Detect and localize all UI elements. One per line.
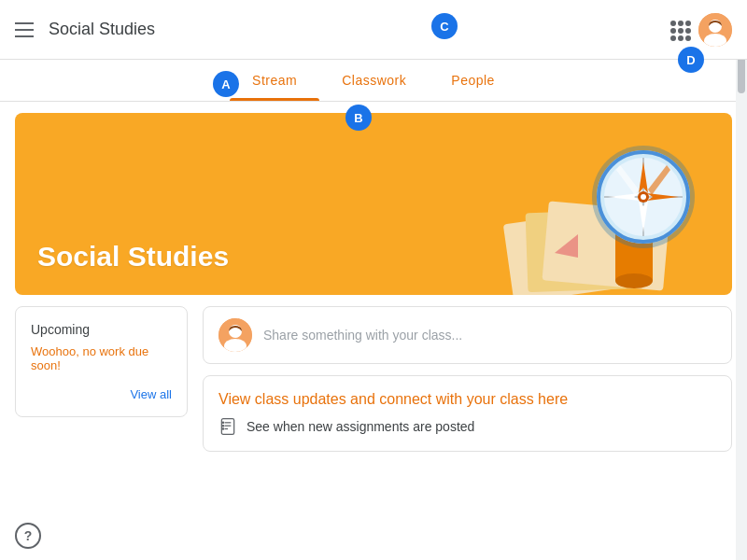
badge-c: C <box>431 13 458 39</box>
scrollbar[interactable] <box>736 0 747 560</box>
banner-illustration <box>461 113 704 295</box>
svg-point-33 <box>222 425 225 427</box>
info-card-title: View class updates and connect with your… <box>218 391 716 408</box>
upcoming-empty-message: Woohoo, no work due soon! <box>31 344 172 372</box>
svg-point-34 <box>222 427 225 430</box>
badge-a: A <box>213 71 239 97</box>
svg-point-24 <box>641 194 646 200</box>
upcoming-heading: Upcoming <box>31 322 172 337</box>
menu-icon[interactable] <box>15 19 37 41</box>
class-banner: Social Studies <box>15 113 732 295</box>
badge-d: D <box>678 47 704 73</box>
info-row: See when new assignments are posted <box>218 417 716 436</box>
banner-title: Social Studies <box>37 241 229 273</box>
badge-b: B <box>345 105 372 131</box>
tab-classwork[interactable]: Classwork <box>319 60 429 101</box>
app-header: Social Studies <box>0 0 747 60</box>
assignment-icon <box>218 417 237 436</box>
share-avatar <box>218 318 252 352</box>
info-card: View class updates and connect with your… <box>203 375 732 452</box>
upcoming-card: Upcoming Woohoo, no work due soon! View … <box>15 306 188 417</box>
avatar[interactable] <box>698 13 732 47</box>
share-card[interactable]: Share something with your class... <box>203 306 732 364</box>
svg-point-32 <box>222 422 225 425</box>
help-button[interactable]: ? <box>15 523 41 549</box>
right-column: Share something with your class... View … <box>203 306 732 452</box>
nav-tabs: Stream Classwork People <box>0 60 747 102</box>
view-all-link[interactable]: View all <box>31 387 172 401</box>
tab-stream[interactable]: Stream <box>230 60 319 101</box>
header-right <box>669 13 732 47</box>
share-placeholder-text: Share something with your class... <box>263 328 462 343</box>
grid-icon[interactable] <box>669 19 691 41</box>
svg-point-9 <box>615 273 653 288</box>
main-content: Upcoming Woohoo, no work due soon! View … <box>0 306 747 452</box>
assignment-info-text: See when new assignments are posted <box>247 419 474 434</box>
tab-people[interactable]: People <box>429 60 517 101</box>
app-title: Social Studies <box>49 20 155 39</box>
header-left: Social Studies <box>15 19 669 41</box>
